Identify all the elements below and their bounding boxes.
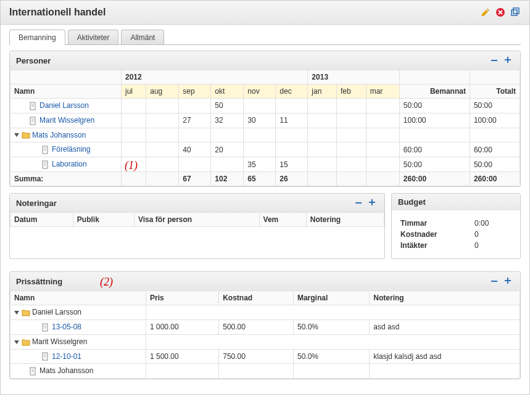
add-icon[interactable] <box>503 276 514 287</box>
col-notering: Notering <box>370 291 520 305</box>
tab-bemanning[interactable]: Bemanning <box>9 30 65 45</box>
svg-rect-8 <box>43 146 48 154</box>
svg-rect-5 <box>505 59 511 60</box>
personer-table: 2012 2013 Namn jul aug sep okt nov dec j… <box>10 70 520 186</box>
item-link[interactable]: 12-10-01 <box>52 352 81 361</box>
person-link[interactable]: Mats Johansson <box>32 131 86 139</box>
add-icon[interactable] <box>367 197 378 208</box>
tab-allmant[interactable]: Allmänt <box>121 30 164 45</box>
prissattning-table: Namn Pris Kostnad Marginal Notering Dani… <box>10 290 520 379</box>
svg-rect-13 <box>491 281 497 282</box>
person-link[interactable]: Marit Wisselgren <box>39 116 94 125</box>
folder-icon <box>22 308 30 317</box>
close-icon[interactable] <box>495 7 506 18</box>
tab-aktiviteter[interactable]: Aktiviteter <box>68 30 119 45</box>
col-visa: Visa för person <box>135 213 260 227</box>
col-datum: Datum <box>10 213 73 227</box>
col-notering: Notering <box>306 213 384 227</box>
svg-rect-15 <box>505 280 511 281</box>
pencil-icon[interactable] <box>480 7 491 18</box>
folder-icon <box>22 131 30 139</box>
window-icon[interactable] <box>510 7 521 18</box>
chevron-down-icon[interactable] <box>14 133 19 137</box>
document-icon <box>41 352 50 361</box>
svg-rect-12 <box>369 202 375 203</box>
year-2012: 2012 <box>122 70 308 84</box>
svg-rect-6 <box>30 102 35 110</box>
col-namn: Namn <box>10 291 146 305</box>
folder-icon <box>22 338 30 347</box>
table-row: Mats Johansson <box>10 128 520 142</box>
table-row: Laboration351550:0050:00 <box>10 157 520 172</box>
summa-row: Summa: 67 102 65 26 260:00 260:00 <box>10 172 520 186</box>
col-vem: Vem <box>259 213 306 227</box>
panel-noteringar: Noteringar Datum Publik Visa för person … <box>9 193 385 259</box>
row-name: Marit Wisselgren <box>32 337 87 346</box>
table-row: Daniel Larsson5050:0050:00 <box>10 99 520 113</box>
budget-timmar: Timmar0:00 <box>400 219 511 228</box>
table-row: Marit Wisselgren27323011100:00100:00 <box>10 113 520 128</box>
row-name: Daniel Larsson <box>32 308 81 316</box>
svg-rect-2 <box>513 8 519 14</box>
svg-rect-9 <box>43 161 48 168</box>
collapse-icon[interactable] <box>489 55 500 66</box>
svg-rect-1 <box>511 10 517 15</box>
col-pris: Pris <box>146 291 219 305</box>
svg-rect-17 <box>43 353 48 360</box>
col-bemannat: Bemannat <box>399 84 470 99</box>
panel-personer: Personer 2012 2013 Namn jul <box>9 51 521 187</box>
person-link[interactable]: Föreläsning <box>52 145 91 154</box>
document-icon <box>41 323 50 332</box>
row-name: Mats Johansson <box>39 366 93 375</box>
document-icon <box>29 102 38 110</box>
table-row: Föreläsning402060:0060:00 <box>10 142 520 157</box>
chevron-down-icon[interactable] <box>14 340 19 344</box>
year-2013: 2013 <box>308 70 399 84</box>
svg-rect-10 <box>355 202 362 204</box>
table-row: 12-10-011 500.00750.0050.0%klasjd kalsdj… <box>10 349 520 364</box>
panel-title-noteringar: Noteringar <box>16 199 354 208</box>
panel-title-prissattning: Prissättning <box>16 277 489 286</box>
chevron-down-icon[interactable] <box>14 311 19 315</box>
collapse-icon[interactable] <box>354 197 365 208</box>
item-link[interactable]: 13-05-08 <box>52 323 81 331</box>
add-icon[interactable] <box>503 55 514 66</box>
person-link[interactable]: Laboration <box>52 160 87 168</box>
col-publik: Publik <box>73 213 134 227</box>
budget-intakter: Intäkter0 <box>400 241 511 250</box>
panel-title-personer: Personer <box>16 56 489 65</box>
table-row: Marit Wisselgren <box>10 334 520 349</box>
col-marginal: Marginal <box>293 291 369 305</box>
panel-title-budget: Budget <box>398 197 514 207</box>
noteringar-table: Datum Publik Visa för person Vem Noterin… <box>10 212 384 252</box>
document-icon <box>29 117 38 125</box>
svg-rect-18 <box>30 368 35 375</box>
page-header: Internationell handel <box>1 1 529 25</box>
panel-prissattning: Prissättning Namn Pris Kostnad Marginal … <box>9 271 521 379</box>
table-row: Mats Johansson <box>10 364 520 379</box>
document-icon <box>41 160 50 169</box>
svg-rect-7 <box>30 117 35 125</box>
collapse-icon[interactable] <box>489 276 500 287</box>
table-row: Daniel Larsson <box>10 305 520 320</box>
table-row: 13-05-081 000.00500.0050.0%asd asd <box>10 319 520 334</box>
col-namn: Namn <box>10 84 122 99</box>
page-title: Internationell handel <box>9 7 480 18</box>
col-kostnad: Kostnad <box>219 291 294 305</box>
document-icon <box>29 367 38 376</box>
svg-rect-3 <box>491 60 497 61</box>
tab-bar: Bemanning Aktiviteter Allmänt <box>1 25 529 45</box>
col-totalt: Totalt <box>470 84 520 99</box>
panel-budget: Budget Timmar0:00 Kostnader0 Intäkter0 <box>391 193 521 259</box>
person-link[interactable]: Daniel Larsson <box>39 101 89 110</box>
document-icon <box>41 146 50 154</box>
svg-rect-16 <box>43 324 48 331</box>
budget-kostnader: Kostnader0 <box>400 230 511 239</box>
